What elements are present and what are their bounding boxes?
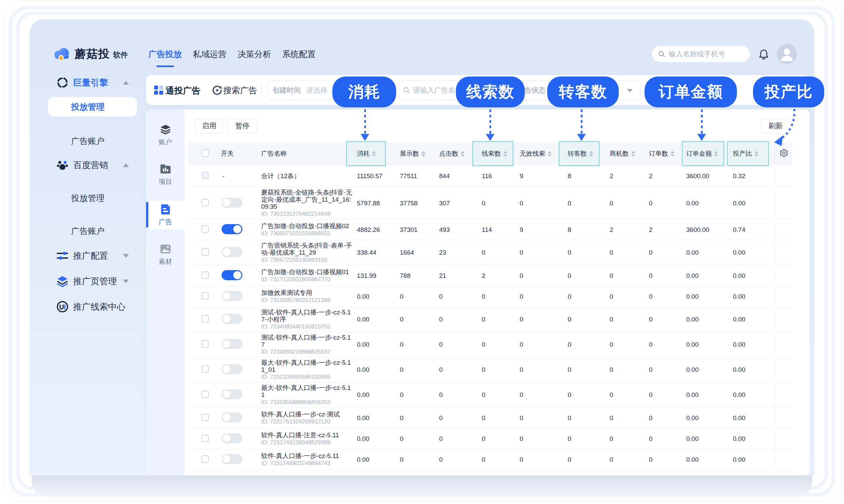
ad-toggle-switch[interactable] — [222, 364, 242, 374]
sort-icon[interactable] — [670, 151, 674, 157]
highlight-box-转客数 — [559, 141, 600, 166]
nav-tab-私域运营[interactable]: 私域运营 — [187, 46, 232, 62]
row-settings-cell — [775, 430, 792, 447]
date-filter[interactable]: 创建时间 请选择 — [267, 80, 341, 100]
nav-tab-系统配置[interactable]: 系统配置 — [277, 46, 321, 62]
row-value-cell: 0 — [609, 249, 648, 256]
row-checkbox[interactable] — [201, 434, 209, 442]
column-label: 商机数 — [610, 149, 629, 158]
nav-tab-决策分析[interactable]: 决策分析 — [232, 46, 277, 62]
callout-bubble-转客数: 转客数 — [547, 76, 619, 107]
cell-value: 2 — [610, 226, 613, 233]
row-value-cell: 0 — [399, 456, 438, 463]
row-checkbox[interactable] — [201, 172, 209, 179]
row-checkbox[interactable] — [201, 271, 209, 279]
row-checkbox[interactable] — [201, 340, 209, 348]
callout-arrow-line — [364, 109, 366, 134]
ad-toggle-switch[interactable] — [222, 291, 242, 301]
row-value-cell: 5797.88 — [356, 200, 399, 207]
row-checkbox[interactable] — [201, 199, 209, 206]
row-checkbox[interactable] — [201, 226, 209, 233]
sidebar-item-推广页管理[interactable]: 推广页管理 — [30, 272, 146, 290]
sidebar-item-投放管理[interactable]: 投放管理 — [30, 98, 146, 115]
sidebar-item-投放管理[interactable]: 投放管理 — [30, 189, 146, 207]
column-header-订单数[interactable]: 订单数 — [648, 149, 685, 158]
ad-toggle-switch[interactable] — [222, 314, 242, 324]
row-checkbox-cell — [188, 434, 218, 443]
sort-icon[interactable] — [631, 151, 635, 157]
row-value-cell: 21 — [438, 272, 481, 280]
nav-tab-广告投放[interactable]: 广告投放 — [143, 46, 187, 62]
row-checkbox[interactable] — [201, 248, 209, 256]
sidebar-item-label: 投放管理 — [30, 101, 146, 112]
ocean-engine-icon — [56, 76, 69, 89]
ad-toggle-switch[interactable] — [222, 270, 242, 280]
ad-doc-icon — [159, 203, 172, 215]
cell-value: 0.00 — [733, 341, 745, 348]
ad-toggle-switch[interactable] — [222, 224, 242, 234]
column-header-展示数[interactable]: 展示数 — [399, 149, 438, 158]
row-value-cell: 2 — [648, 226, 685, 234]
row-checkbox[interactable] — [201, 315, 209, 322]
cell-value: 0 — [520, 366, 523, 373]
row-value-cell: 0 — [399, 316, 438, 323]
row-value-cell: 0.00 — [685, 341, 732, 348]
mini-sidebar-item-广告[interactable]: 广告 — [146, 203, 184, 236]
cell-value: 0 — [568, 456, 572, 463]
switch-knob — [223, 365, 231, 373]
sort-icon[interactable] — [421, 151, 425, 157]
ad-toggle-switch[interactable] — [222, 247, 242, 257]
cell-value: 0 — [400, 293, 404, 300]
row-value-cell: 0.00 — [356, 391, 399, 399]
row-checkbox[interactable] — [201, 414, 209, 421]
select-all-checkbox[interactable] — [201, 149, 209, 157]
cell-value: 0 — [649, 456, 653, 463]
enable-button[interactable]: 启用 — [195, 119, 224, 133]
top-nav: 广告投放私域运营决策分析系统配置 — [143, 46, 321, 62]
sidebar-item-广告账户[interactable]: 广告账户 — [30, 222, 146, 239]
leads-icon — [56, 301, 69, 313]
avatar[interactable] — [777, 44, 797, 64]
cell-value: 307 — [439, 200, 450, 207]
sidebar-item-label: 广告账户 — [30, 226, 146, 237]
row-checkbox[interactable] — [201, 391, 209, 398]
cell-value: 0 — [482, 316, 486, 323]
row-checkbox[interactable] — [201, 365, 209, 373]
row-value-cell: 2 — [648, 173, 685, 180]
table-row: 测试-软件-真人口播-一步-cz-5.17-小程序ID: 72340854401… — [188, 307, 792, 332]
global-search[interactable]: 输入名称或手机号 — [652, 46, 750, 62]
mini-sidebar-item-账户[interactable]: 账户 — [146, 124, 184, 156]
ad-toggle-switch[interactable] — [222, 412, 242, 422]
cell-value: 0.00 — [733, 316, 745, 323]
sidebar-item-推广线索中心[interactable]: 推广线索中心 — [30, 298, 146, 316]
sidebar-item-巨量引擎[interactable]: 巨量引擎 — [30, 74, 146, 91]
mini-sidebar-item-素材[interactable]: 素材 — [146, 243, 184, 275]
mini-sidebar-item-项目[interactable]: 项目 — [146, 163, 184, 195]
sort-icon[interactable] — [461, 151, 464, 157]
row-value-cell: 0 — [567, 293, 609, 300]
row-checkbox[interactable] — [201, 292, 209, 300]
row-value-cell: 3600.00 — [685, 173, 732, 180]
cell-value: 0 — [520, 391, 523, 398]
notification-bell-icon[interactable] — [757, 48, 770, 60]
tab-general-ads[interactable]: 通投广告 — [165, 85, 200, 97]
column-header-商机数[interactable]: 商机数 — [609, 149, 648, 158]
row-value-cell: 0.32 — [732, 173, 775, 180]
ad-toggle-switch[interactable] — [222, 339, 242, 349]
ad-toggle-switch[interactable] — [222, 433, 242, 443]
ad-toggle-switch[interactable] — [222, 454, 242, 464]
row-value-cell: 0 — [399, 414, 438, 422]
pause-button[interactable]: 暂停 — [228, 119, 257, 133]
tab-search-ads[interactable]: 搜索广告 — [223, 85, 257, 96]
asset-image-icon — [159, 243, 172, 255]
sidebar-item-推广配置[interactable]: 推广配置 — [30, 247, 146, 265]
row-value-cell: 0 — [438, 414, 481, 422]
row-value-cell: 0.00 — [685, 249, 732, 256]
sidebar-item-百度营销[interactable]: 百度营销 — [30, 156, 146, 174]
ad-toggle-switch[interactable] — [222, 389, 242, 399]
row-checkbox[interactable] — [201, 455, 209, 463]
ad-toggle-switch[interactable] — [222, 198, 242, 208]
sidebar-item-广告账户[interactable]: 广告账户 — [30, 132, 146, 150]
sort-icon[interactable] — [548, 151, 551, 157]
row-switch-cell — [218, 389, 250, 401]
